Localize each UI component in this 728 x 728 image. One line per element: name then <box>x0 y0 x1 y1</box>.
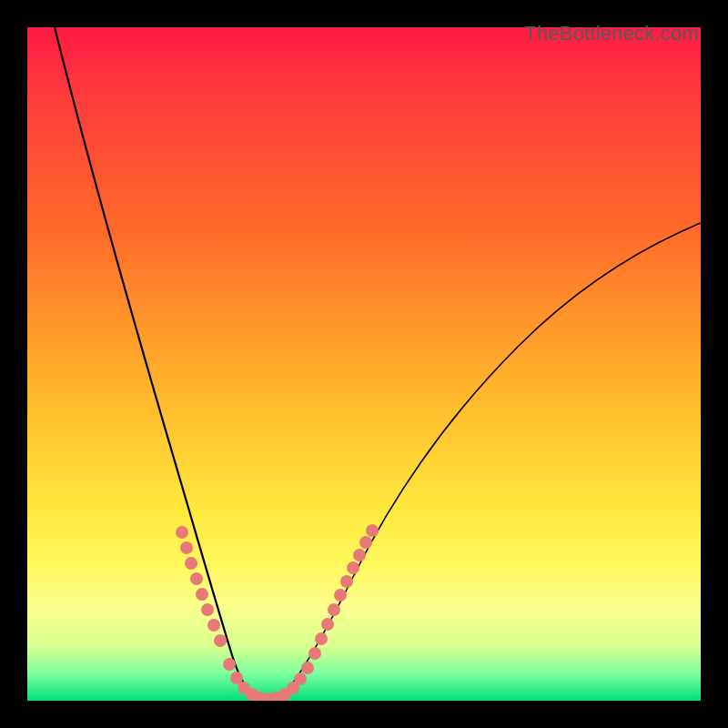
svg-point-2 <box>185 557 197 570</box>
chart-svg <box>27 27 701 701</box>
watermark-text: TheBottleneck.com <box>524 22 699 46</box>
svg-point-7 <box>214 634 227 647</box>
svg-point-27 <box>359 536 372 549</box>
bead-cluster-right <box>308 524 379 660</box>
svg-point-18 <box>301 662 314 674</box>
svg-point-5 <box>201 603 214 616</box>
svg-point-21 <box>321 618 334 631</box>
svg-point-26 <box>353 549 366 561</box>
bead-cluster-valley <box>223 658 314 701</box>
bead-cluster-left <box>176 526 227 647</box>
bottleneck-curve-left <box>55 27 255 698</box>
svg-point-1 <box>180 541 193 554</box>
svg-point-17 <box>294 672 307 685</box>
svg-point-28 <box>366 524 379 537</box>
svg-point-4 <box>196 588 208 601</box>
svg-point-20 <box>315 632 328 645</box>
plot-area <box>27 27 701 701</box>
bottleneck-curve-right <box>280 223 701 698</box>
svg-point-6 <box>207 619 220 632</box>
svg-point-19 <box>308 647 321 660</box>
svg-point-25 <box>347 561 359 574</box>
svg-point-24 <box>340 575 353 588</box>
outer-frame: TheBottleneck.com <box>0 0 728 728</box>
svg-point-23 <box>334 589 347 602</box>
svg-point-22 <box>328 603 340 616</box>
svg-point-3 <box>190 572 203 585</box>
svg-point-0 <box>176 526 188 539</box>
svg-point-8 <box>223 658 236 671</box>
